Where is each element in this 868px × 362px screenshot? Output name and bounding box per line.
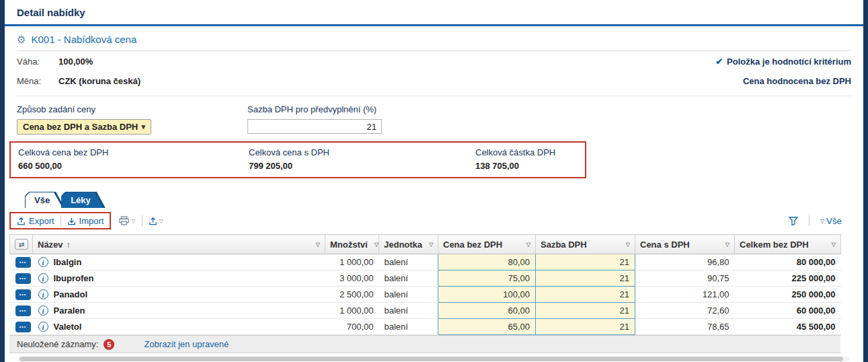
currency-value: CZK (koruna česká) — [58, 76, 141, 86]
toolbar-separator — [142, 215, 143, 226]
column-settings-header[interactable]: ⇄ — [10, 235, 33, 254]
row-actions-cell: ••• — [10, 254, 33, 270]
info-icon[interactable]: i — [38, 289, 48, 299]
section-header: ⚙ K001 - Nabídková cena — [17, 34, 851, 45]
grid-footer: Neuložené záznamy: 5 Zobrazit jen uprave… — [9, 335, 840, 353]
column-settings-icon[interactable]: ⇄ — [15, 239, 28, 250]
weight-value: 100,00% — [58, 57, 93, 67]
info-icon[interactable]: i — [38, 257, 48, 267]
item-name: Panadol — [54, 289, 88, 299]
vat-rate-cell[interactable]: 21 — [536, 287, 635, 303]
filter-triangle-icon[interactable]: ▽ — [374, 242, 379, 248]
total-without-vat-cell: 250 000,00 — [735, 287, 841, 303]
header-cena-bez-dph-label: Cena bez DPH — [443, 240, 502, 250]
filter-triangle-icon[interactable]: ▽ — [832, 242, 836, 248]
header-cena-s-dph[interactable]: Cena s DPH▽ — [635, 235, 735, 254]
total-vat-amount-value: 138 705,00 — [475, 161, 555, 171]
name-cell: iIbalgin — [33, 254, 325, 270]
import-button[interactable]: Import — [67, 216, 104, 226]
horizontal-scrollbar[interactable] — [18, 357, 850, 361]
filter-triangle-icon[interactable]: ▽ — [316, 242, 320, 248]
price-method-label: Způsob zadání ceny — [17, 104, 247, 114]
total-without-vat-cell: 80 000,00 — [735, 254, 841, 270]
unsaved-count-badge: 5 — [104, 339, 114, 350]
price-without-vat-cell[interactable]: 80,00 — [438, 254, 536, 270]
share-dropdown-icon[interactable]: ▽ — [159, 218, 163, 224]
share-button[interactable]: ▽ — [149, 217, 163, 225]
header-jednotka[interactable]: Jednotka▽ — [379, 235, 438, 254]
row-actions-button[interactable]: ••• — [15, 257, 31, 268]
section-title: K001 - Nabídková cena — [31, 34, 136, 45]
filter-triangle-icon[interactable]: ▽ — [626, 242, 630, 248]
name-cell: iPanadol — [33, 287, 325, 303]
price-with-vat-cell: 96,80 — [635, 254, 735, 270]
price-form: Způsob zadání ceny Cena bez DPH a Sazba … — [17, 104, 851, 135]
gears-icon: ⚙ — [17, 34, 26, 44]
header-celkem-bez-dph-label: Celkem bez DPH — [740, 240, 809, 250]
quantity-cell: 1 000,00 — [325, 303, 379, 319]
tab-vse[interactable]: Vše — [25, 192, 65, 208]
row-actions-button[interactable]: ••• — [15, 305, 31, 316]
total-without-vat: Celková cena bez DPH 660 500,00 — [18, 147, 249, 171]
header-cena-bez-dph[interactable]: Cena bez DPH▽ — [438, 235, 536, 254]
total-with-vat: Celková cena s DPH 799 205,00 — [249, 147, 475, 171]
total-with-vat-value: 799 205,00 — [249, 161, 475, 171]
vat-rate-label: Sazba DPH pro předvyplnění (%) — [247, 104, 474, 114]
quantity-cell: 2 500,00 — [325, 287, 379, 303]
vat-rate-cell[interactable]: 21 — [536, 254, 635, 270]
section-divider — [17, 50, 851, 51]
price-without-vat-cell[interactable]: 75,00 — [438, 270, 536, 287]
sort-asc-icon: ↑ — [67, 240, 71, 250]
price-without-vat-flag-text: Cena hodnocena bez DPH — [743, 76, 851, 86]
table-row: ••• iValetol 700,00 balení 65,00 21 78,6… — [10, 319, 841, 335]
table-row: ••• iIbalgin 1 000,00 balení 80,00 21 96… — [10, 254, 841, 270]
filter-button[interactable] — [789, 217, 798, 225]
total-without-vat-value: 660 500,00 — [18, 161, 249, 171]
tab-vse-label: Vše — [34, 195, 50, 205]
header-nazev[interactable]: Název ↑ ▽ — [33, 235, 325, 254]
totals-annotation-box: Celková cena bez DPH 660 500,00 Celková … — [9, 141, 586, 178]
row-actions-button[interactable]: ••• — [15, 273, 31, 284]
vat-rate-input[interactable] — [247, 119, 382, 134]
horizontal-scrollbar-thumb[interactable] — [19, 357, 843, 361]
import-button-label: Import — [79, 216, 104, 226]
header-sazba-dph[interactable]: Sazba DPH▽ — [536, 235, 635, 254]
price-without-vat-cell[interactable]: 65,00 — [438, 319, 536, 335]
row-actions-button[interactable]: ••• — [15, 322, 31, 332]
table-header-row: ⇄ Název ↑ ▽ Množství▽ Jedno — [10, 235, 841, 254]
export-button[interactable]: Export — [17, 216, 54, 226]
check-icon: ✔ — [715, 57, 723, 67]
info-icon[interactable]: i — [38, 305, 48, 316]
header-jednotka-label: Jednotka — [384, 240, 422, 250]
row-actions-button[interactable]: ••• — [15, 289, 31, 300]
price-without-vat-cell[interactable]: 60,00 — [438, 303, 536, 319]
info-divider — [17, 96, 851, 96]
print-button[interactable]: ▽ — [119, 216, 135, 225]
filter-triangle-icon[interactable]: ▽ — [526, 242, 530, 248]
print-dropdown-icon[interactable]: ▽ — [131, 218, 135, 224]
vat-rate-cell[interactable]: 21 — [536, 319, 635, 335]
grid-toolbar: Export Import ▽ ▽ — [17, 212, 851, 229]
item-name: Valetol — [54, 322, 82, 332]
price-without-vat-cell[interactable]: 100,00 — [438, 287, 536, 303]
price-method-select[interactable]: Cena bez DPH a Sazba DPH ▾ — [17, 119, 151, 135]
row-actions-cell: ••• — [10, 287, 33, 303]
info-icon[interactable]: i — [38, 322, 48, 332]
item-name: Paralen — [54, 305, 85, 316]
tab-leky[interactable]: Léky — [61, 192, 106, 208]
header-mnozstvi[interactable]: Množství▽ — [325, 235, 379, 254]
view-all-dropdown[interactable]: ▽ Vše — [820, 216, 842, 226]
header-celkem-bez-dph[interactable]: Celkem bez DPH▽ — [735, 235, 841, 254]
vat-rate-cell[interactable]: 21 — [536, 303, 635, 319]
criterion-flag: ✔ Položka je hodnotící kritérium — [715, 57, 851, 67]
header-mnozstvi-label: Množství — [330, 240, 368, 250]
vat-rate-cell[interactable]: 21 — [536, 270, 635, 287]
filter-triangle-icon[interactable]: ▽ — [725, 242, 729, 248]
show-modified-link[interactable]: Zobrazit jen upravené — [144, 339, 229, 349]
filter-triangle-icon[interactable]: ▽ — [429, 242, 433, 248]
currency-row: Měna: CZK (koruna česká) Cena hodnocena … — [17, 72, 851, 90]
name-cell: iIbuprofen — [33, 270, 325, 287]
info-icon[interactable]: i — [38, 273, 48, 283]
toolbar-separator — [61, 215, 61, 226]
name-cell: iValetol — [33, 319, 325, 335]
